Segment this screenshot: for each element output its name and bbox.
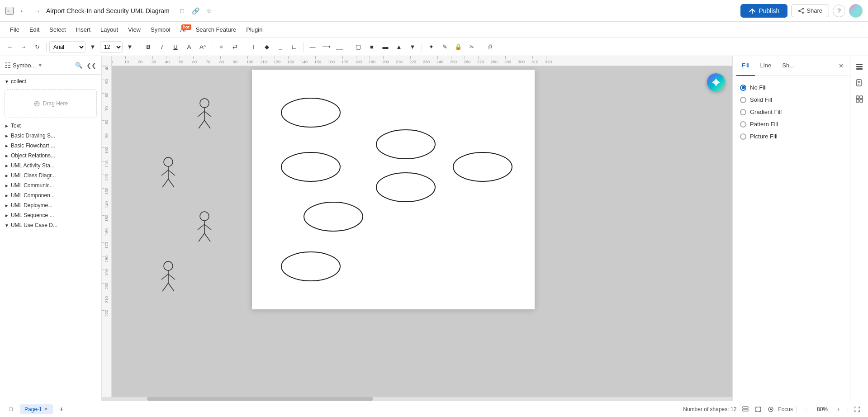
lock-button[interactable]: 🔒	[452, 41, 465, 53]
page-1-tab[interactable]: Page-1 ▼	[20, 404, 53, 414]
horizontal-scrollbar[interactable]	[102, 397, 732, 401]
text-align-button[interactable]: ⇄	[228, 41, 241, 53]
menu-file[interactable]: File	[5, 24, 24, 35]
sidebar-group-basic-drawing[interactable]: ► Basic Drawing S...	[0, 131, 101, 141]
fit-page-button[interactable]	[753, 404, 764, 415]
line-color-button[interactable]: ⎯	[274, 41, 287, 53]
grid-icon-button[interactable]	[853, 92, 866, 106]
add-page-button[interactable]: +	[57, 404, 66, 414]
export-button[interactable]: ⎙	[484, 41, 497, 53]
gradient-fill-radio[interactable]	[740, 109, 746, 115]
diagram-paper[interactable]	[252, 70, 535, 309]
group-button[interactable]: ▢	[352, 41, 365, 53]
shape-tab[interactable]: Sh...	[777, 56, 800, 76]
fullscreen-button[interactable]	[852, 404, 863, 415]
menu-symbol[interactable]: Symbol	[146, 24, 175, 35]
fill-option-pattern[interactable]: Pattern Fill	[738, 118, 844, 130]
italic-button[interactable]: I	[156, 41, 168, 53]
sidebar-group-uml-activity[interactable]: ► UML Activity Sta...	[0, 161, 101, 171]
font-dropdown-button[interactable]: ▼	[86, 41, 99, 53]
menu-ai[interactable]: AI hot	[175, 24, 190, 35]
sidebar-group-uml-usecase[interactable]: ▼ UML Use Case D...	[0, 220, 101, 230]
redo-toolbar-button[interactable]: →	[17, 41, 30, 53]
sidebar-group-text[interactable]: ► Text	[0, 121, 101, 131]
user-avatar[interactable]	[849, 4, 863, 18]
fill-option-picture[interactable]: Picture Fill	[738, 130, 844, 142]
menu-select[interactable]: Select	[45, 24, 70, 35]
font-color-button[interactable]: A	[183, 41, 195, 53]
line-style-button[interactable]: —	[306, 41, 319, 53]
fill-option-no-fill[interactable]: No Fill	[738, 81, 844, 94]
sidebar-group-uml-deployment[interactable]: ► UML Deployme...	[0, 200, 101, 210]
sidebar-group-uml-class[interactable]: ► UML Class Diagr...	[0, 171, 101, 180]
layers-button[interactable]	[740, 404, 751, 415]
text-tool-button[interactable]: T	[247, 41, 260, 53]
arrow-style-button[interactable]: ⟶	[320, 41, 332, 53]
sidebar-group-basic-flowchart[interactable]: ► Basic Flowchart ...	[0, 141, 101, 151]
text-style-button[interactable]: A​ᵃ	[196, 41, 209, 53]
share-button[interactable]: Share	[791, 4, 829, 17]
line-type-button[interactable]: ⎯⎯	[333, 41, 346, 53]
line-tab[interactable]: Line	[755, 56, 777, 76]
ai-float-button[interactable]	[707, 73, 725, 91]
scrollbar-thumb[interactable]	[147, 397, 373, 401]
font-family-select[interactable]: Arial	[49, 41, 85, 53]
no-fill-radio[interactable]	[740, 85, 746, 91]
link-button[interactable]: 🔗	[190, 5, 201, 16]
canvas-scroll[interactable]: 4050607080901001101201301401501601701801…	[102, 66, 732, 397]
sidebar-group-collect[interactable]: ▼ collect	[0, 76, 101, 86]
menu-layout[interactable]: Layout	[96, 24, 123, 35]
align-button[interactable]: ≡	[215, 41, 228, 53]
zoom-in-button[interactable]: +	[833, 404, 844, 415]
distribute-button[interactable]: ▬	[379, 41, 392, 53]
cut-button[interactable]: ✁	[465, 41, 478, 53]
menu-search-feature[interactable]: Search Feature	[191, 24, 241, 35]
history-toolbar-button[interactable]: ↻	[31, 41, 43, 53]
zoom-out-button[interactable]: −	[801, 404, 811, 415]
menu-plugin[interactable]: Plugin	[242, 24, 267, 35]
align-objects-button[interactable]: ■	[365, 41, 378, 53]
shape-fill-button[interactable]: ◆	[261, 41, 273, 53]
publish-button[interactable]: Publish	[740, 4, 787, 18]
back-button[interactable]: ←	[5, 7, 14, 15]
menu-view[interactable]: View	[123, 24, 145, 35]
edit-button[interactable]: ✎	[438, 41, 451, 53]
sidebar-group-object-relations[interactable]: ► Object Relations...	[0, 151, 101, 161]
canvas-viewport[interactable]	[112, 66, 732, 397]
menu-insert[interactable]: Insert	[71, 24, 95, 35]
solid-fill-radio[interactable]	[740, 97, 746, 103]
underline-button[interactable]: U	[169, 41, 182, 53]
undo-toolbar-button[interactable]: ←	[4, 41, 16, 53]
magic-button[interactable]: ✦	[425, 41, 437, 53]
properties-icon-button[interactable]	[853, 60, 866, 73]
drag-here-drop-zone[interactable]: ⊕ Drag Here	[5, 89, 97, 118]
page-tab-dropdown-icon[interactable]: ▼	[44, 407, 48, 412]
sidebar-expand-icon[interactable]: ▼	[38, 62, 43, 68]
redo-button[interactable]: →	[32, 5, 43, 16]
help-button[interactable]: ?	[833, 5, 845, 17]
sidebar-group-uml-sequence[interactable]: ► UML Sequence ...	[0, 210, 101, 220]
page-props-icon-button[interactable]	[853, 76, 866, 90]
sidebar-collapse-button[interactable]: ❮❮	[86, 60, 97, 71]
bold-button[interactable]: B	[142, 41, 155, 53]
tab-button[interactable]: □	[177, 5, 188, 16]
menu-edit[interactable]: Edit	[25, 24, 44, 35]
panel-toggle-button[interactable]: □	[5, 404, 16, 415]
bring-forward-button[interactable]: ▲	[393, 41, 405, 53]
fill-tab[interactable]: Fill	[736, 56, 755, 76]
sidebar-group-uml-communic[interactable]: ► UML Communic...	[0, 180, 101, 190]
connection-button[interactable]: ∟	[288, 41, 300, 53]
picture-fill-radio[interactable]	[740, 133, 746, 140]
font-size-dropdown-button[interactable]: ▼	[123, 41, 136, 53]
focus-label-button[interactable]	[765, 404, 776, 415]
fill-option-gradient[interactable]: Gradient Fill	[738, 106, 844, 118]
sidebar-group-uml-component[interactable]: ► UML Componen...	[0, 190, 101, 200]
font-size-select[interactable]: 12	[100, 41, 123, 53]
send-backward-button[interactable]: ▼	[406, 41, 419, 53]
star-button[interactable]: ☆	[204, 5, 215, 16]
sidebar-search-button[interactable]: 🔍	[73, 60, 84, 71]
pattern-fill-radio[interactable]	[740, 121, 746, 128]
fill-option-solid[interactable]: Solid Fill	[738, 94, 844, 106]
undo-button[interactable]: ←	[17, 5, 28, 16]
right-panel-close-button[interactable]: ✕	[835, 61, 846, 71]
